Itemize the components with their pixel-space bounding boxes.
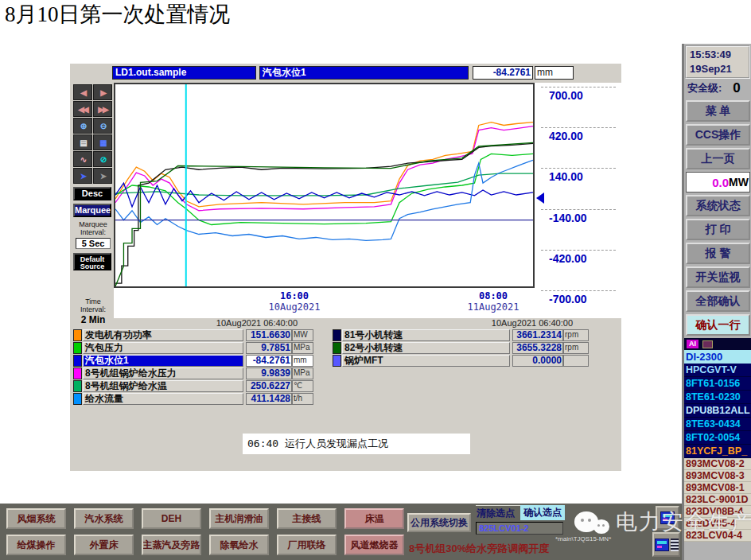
pointer-disabled-icon[interactable]: ➤ xyxy=(93,168,112,184)
alarm-tag[interactable]: HPCGVT-V xyxy=(684,364,751,377)
trend-tag-field[interactable]: 汽包水位1 xyxy=(259,66,469,80)
pen-color-swatch xyxy=(73,380,82,392)
no-trend-icon[interactable]: ⊘ xyxy=(93,151,112,167)
chart-zone: 700.00420.00140.00-140.00-420.00-700.00 … xyxy=(114,83,621,318)
confirm-line-button[interactable]: 确认一行 xyxy=(686,314,750,336)
display-list-icon[interactable] xyxy=(652,532,680,557)
display-switch-icon[interactable] xyxy=(656,506,679,530)
alarm-tag[interactable]: 823LCV04-4 xyxy=(684,530,751,542)
current-value-marker[interactable] xyxy=(536,192,544,204)
x-tick-label: 16:0010Aug2021 xyxy=(268,290,320,313)
alarm-tag[interactable]: 893MCV08-3 xyxy=(684,470,751,482)
pen-value: 250.6227 xyxy=(246,380,292,392)
alarm-tag[interactable]: 8TE61-0230 xyxy=(684,391,751,404)
alarm-tag[interactable]: 8TE63-0434 xyxy=(684,418,751,431)
sidebar-button[interactable]: 报 警 xyxy=(686,243,750,264)
alarm-tag[interactable]: DPU8B12ALL xyxy=(684,404,751,418)
alarm-header-tag[interactable]: DI-2300 xyxy=(684,350,751,364)
pen-name[interactable]: 8号机组锅炉给水压力 xyxy=(83,368,243,379)
table-row[interactable]: 发电机有功功率 151.6630 MW xyxy=(73,329,313,341)
y-tick-label: 700.00 xyxy=(549,89,583,102)
screen-nav-button[interactable]: 给煤操作 xyxy=(6,535,66,555)
zoom-in-icon[interactable]: ⊕ xyxy=(73,118,92,134)
alarm-tag[interactable]: 8FT61-0156 xyxy=(684,377,751,391)
desc-button[interactable]: Desc xyxy=(73,187,111,200)
screen-nav-button[interactable]: 风烟系统 xyxy=(6,508,66,529)
pen-name[interactable]: 汽包水位1 xyxy=(83,355,243,367)
bottom-toolbar: 风烟系统 汽水系统 DEH 主机润滑油 主接线 床温 给煤操作 外置床 主蒸汽及… xyxy=(0,504,682,560)
pen-name[interactable]: 8号机组锅炉给水温 xyxy=(83,380,243,392)
alarm-tag[interactable]: 81YCFJ_BP_ xyxy=(684,445,751,458)
trend-plot[interactable] xyxy=(114,83,535,288)
monitor-icon xyxy=(660,511,675,524)
trend-toolbar: ◀ ▶ ◀◀ ▶▶ ⊕ ⊖ xyxy=(73,84,113,325)
table-row[interactable]: 汽包水位1 -84.2761 mm xyxy=(73,355,313,367)
curves-icon[interactable]: ∿ xyxy=(73,151,92,167)
grid-icon[interactable]: ▦ xyxy=(93,134,112,150)
alarm-tag[interactable]: 8FT02-0054 xyxy=(684,431,751,445)
sidebar-button[interactable]: 全部确认 xyxy=(686,290,750,312)
default-source-button[interactable]: Default Source xyxy=(73,253,111,270)
list-lines-icon xyxy=(671,539,679,551)
screen-nav-button[interactable]: 主蒸汽及旁路 xyxy=(142,535,201,555)
screen-nav-button[interactable]: 床温 xyxy=(344,508,404,529)
common-system-switch-button[interactable]: 公用系统切换 xyxy=(407,513,471,532)
pen-rows-right: 81号小机转速 3661.2314 rpm 82号小机转速 3655.3228 … xyxy=(333,329,589,367)
alarm-tag[interactable]: 823DV08B-4 xyxy=(684,506,751,518)
pen-name[interactable]: 81号小机转速 xyxy=(342,329,510,341)
alarm-tag[interactable]: 893MCV08-2 xyxy=(684,458,751,470)
confirm-point-button[interactable]: 确认选点 xyxy=(520,505,565,520)
sidebar-button[interactable]: CCS操作 xyxy=(686,124,750,146)
alarm-list-history: 893MCV08-2 893MCV08-3 893MCV08-1 823LC-9… xyxy=(684,458,751,542)
sidebar-button[interactable]: 系统状态 xyxy=(686,195,750,216)
screen-nav-button[interactable]: 外置床 xyxy=(74,535,134,555)
sidebar-button[interactable]: 开关监视 xyxy=(686,266,750,288)
page-forward-icon[interactable]: ▶▶ xyxy=(93,101,112,117)
table-row[interactable]: 汽包压力 9.7851 MPa xyxy=(73,342,313,354)
pen-name[interactable]: 发电机有功功率 xyxy=(83,329,243,341)
page-back-icon[interactable]: ◀◀ xyxy=(73,101,92,117)
y-gridline xyxy=(541,250,616,251)
table-row[interactable]: 锅炉MFT 0.0000 xyxy=(333,355,589,367)
screen-nav-button[interactable]: 汽水系统 xyxy=(74,508,134,529)
screen-nav-button[interactable]: DEH xyxy=(142,508,201,529)
alarm-tag[interactable]: 818DV05-4 xyxy=(684,518,751,530)
trend-value-box: -84.2761 xyxy=(473,66,533,80)
screen-nav-button[interactable]: 主接线 xyxy=(277,508,337,529)
screen-nav-button[interactable]: 除氧给水 xyxy=(209,535,269,555)
table-row[interactable]: 81号小机转速 3661.2314 rpm xyxy=(333,329,589,341)
pen-name[interactable]: 给水流量 xyxy=(83,393,243,405)
table-row[interactable]: 8号机组锅炉给水温 250.6227 ℃ xyxy=(73,380,313,392)
marquee-button[interactable]: Marquee xyxy=(73,204,111,217)
alarm-tag[interactable]: 893MCV08-1 xyxy=(684,482,751,494)
table-row[interactable]: 给水流量 411.1428 t/h xyxy=(73,393,313,405)
x-tick-label: 08:0011Aug2021 xyxy=(467,290,519,313)
pen-color-swatch xyxy=(73,355,82,367)
pen-name[interactable]: 汽包压力 xyxy=(83,342,243,354)
y-gridline xyxy=(541,87,616,88)
pen-unit: MW xyxy=(292,329,313,341)
pen-name[interactable]: 锅炉MFT xyxy=(342,355,510,367)
trend-toolbar-icons: ◀ ▶ ◀◀ ▶▶ ⊕ ⊖ xyxy=(73,84,113,184)
screen-nav-button[interactable]: 厂用联络 xyxy=(277,535,337,555)
step-back-icon[interactable]: ◀ xyxy=(73,84,92,100)
zoom-out-icon[interactable]: ⊖ xyxy=(93,118,112,134)
pointer-icon[interactable]: ➤ xyxy=(73,168,92,184)
screen-nav-button[interactable]: 风道燃烧器 xyxy=(344,535,404,555)
table-row[interactable]: 8号机组锅炉给水压力 9.9839 MPa xyxy=(73,368,313,379)
sidebar-button[interactable]: 菜 单 xyxy=(686,100,750,122)
pen-name[interactable]: 82号小机转速 xyxy=(342,342,510,354)
sidebar-button[interactable]: 打 印 xyxy=(686,219,750,240)
alarm-type-bar: AI xyxy=(684,338,751,350)
display-icon[interactable]: ▤ xyxy=(73,134,92,150)
clear-point-button[interactable]: 清除选点 xyxy=(476,505,520,520)
display-path-text: *main\TJQS15-MN* xyxy=(555,535,611,542)
step-forward-icon[interactable]: ▶ xyxy=(93,84,112,100)
alarm-tag[interactable]: 823LC-9001D xyxy=(684,494,751,506)
pen-table-right: 10Aug2021 06:40:00 81号小机转速 3661.2314 rpm… xyxy=(333,318,589,368)
marquee-interval-value[interactable]: 5 Sec xyxy=(76,238,111,249)
trend-source-field[interactable]: LD1.out.sample xyxy=(112,66,256,80)
screen-nav-button[interactable]: 主机润滑油 xyxy=(209,508,269,529)
sidebar-button[interactable]: 上一页 xyxy=(686,148,750,169)
table-row[interactable]: 82号小机转速 3655.3228 rpm xyxy=(333,342,589,354)
